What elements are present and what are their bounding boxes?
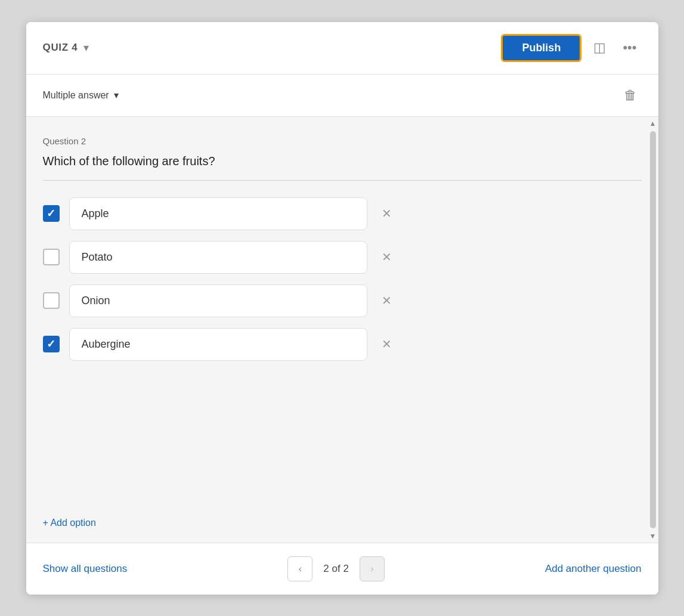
option-1-input[interactable] xyxy=(69,197,367,230)
option-1-checkbox[interactable] xyxy=(43,205,60,222)
quiz-dropdown-icon[interactable]: ▾ xyxy=(83,41,89,54)
next-page-button[interactable]: › xyxy=(360,556,385,581)
scrollbar[interactable]: ▲ ▼ xyxy=(648,117,658,543)
header-left: QUIZ 4 ▾ xyxy=(43,41,89,54)
option-2-checkbox[interactable] xyxy=(43,249,60,265)
option-2-input[interactable] xyxy=(69,241,367,274)
main-content: Question 2 Which of the following are fr… xyxy=(26,117,658,543)
question-text: Which of the following are fruits? xyxy=(43,154,642,168)
show-all-questions-button[interactable]: Show all questions xyxy=(43,563,128,575)
option-2-remove-button[interactable]: ✕ xyxy=(377,247,397,267)
option-3-checkbox[interactable] xyxy=(43,292,60,309)
option-row: ✕ xyxy=(43,328,642,361)
more-icon: ••• xyxy=(623,40,636,55)
option-4-input[interactable] xyxy=(69,328,367,361)
fullscreen-icon: ◫ xyxy=(593,40,606,55)
delete-question-button[interactable]: 🗑 xyxy=(619,85,642,106)
next-icon: › xyxy=(370,564,373,574)
more-options-button[interactable]: ••• xyxy=(618,38,641,58)
option-row: ✕ xyxy=(43,241,642,274)
scroll-up-icon[interactable]: ▲ xyxy=(649,117,657,130)
page-indicator: 2 of 2 xyxy=(312,563,360,575)
answer-type-chevron-icon: ▾ xyxy=(114,89,119,101)
prev-page-button[interactable]: ‹ xyxy=(287,556,312,581)
answer-type-label: Multiple answer xyxy=(43,90,109,101)
pagination: ‹ 2 of 2 › xyxy=(287,556,385,581)
subheader: Multiple answer ▾ 🗑 xyxy=(26,75,658,117)
prev-icon: ‹ xyxy=(299,564,302,574)
add-another-question-button[interactable]: Add another question xyxy=(545,563,642,575)
option-4-checkbox[interactable] xyxy=(43,336,60,352)
answer-type-dropdown[interactable]: Multiple answer ▾ xyxy=(43,89,119,101)
fullscreen-button[interactable]: ◫ xyxy=(589,38,611,58)
add-option-button[interactable]: + Add option xyxy=(43,507,642,543)
trash-icon: 🗑 xyxy=(624,88,637,103)
options-list: ✕ ✕ ✕ ✕ xyxy=(43,197,642,507)
option-row: ✕ xyxy=(43,197,642,230)
scroll-down-icon[interactable]: ▼ xyxy=(649,530,657,543)
option-4-remove-button[interactable]: ✕ xyxy=(377,335,397,354)
header-right: Publish ◫ ••• xyxy=(501,34,641,62)
quiz-card: QUIZ 4 ▾ Publish ◫ ••• Multiple answer ▾… xyxy=(26,22,658,595)
footer: Show all questions ‹ 2 of 2 › Add anothe… xyxy=(26,543,658,595)
option-1-remove-button[interactable]: ✕ xyxy=(377,204,397,223)
quiz-title: QUIZ 4 xyxy=(43,42,78,54)
option-row: ✕ xyxy=(43,284,642,317)
scroll-thumb[interactable] xyxy=(650,131,656,528)
option-3-remove-button[interactable]: ✕ xyxy=(377,291,397,310)
question-label: Question 2 xyxy=(43,136,642,146)
publish-button[interactable]: Publish xyxy=(501,34,581,62)
header: QUIZ 4 ▾ Publish ◫ ••• xyxy=(26,22,658,75)
divider xyxy=(43,180,642,181)
option-3-input[interactable] xyxy=(69,284,367,317)
